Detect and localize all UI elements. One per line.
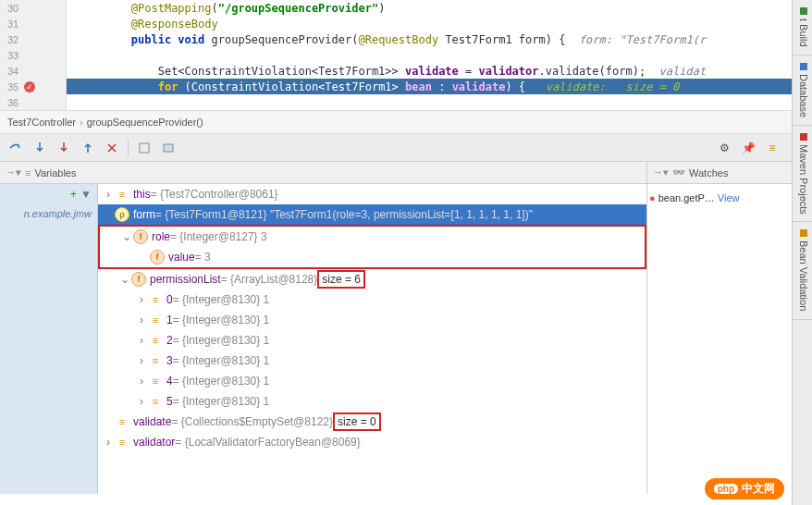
gutter-line[interactable]: 34 — [0, 63, 66, 79]
highlight-box: size = 6 — [317, 270, 365, 289]
frame-reference[interactable]: n.example.jmw — [24, 208, 92, 219]
chevron-right-icon[interactable]: › — [135, 395, 148, 408]
gutter-line[interactable]: 32 — [0, 31, 66, 47]
tree-row[interactable]: ›≡3 = {Integer@8130} 1 — [98, 351, 646, 371]
variables-tree[interactable]: ›≡this = {Test7Controller@8061}⌄pform = … — [98, 184, 646, 494]
variable-value: = {Test7Controller@8061} — [151, 188, 278, 201]
tree-row[interactable]: ⌄pform = {Test7Form1@8121} "Test7Form1(r… — [98, 204, 646, 225]
tree-row[interactable]: ⌄frole = {Integer@8127} 3 — [100, 227, 645, 247]
tree-row[interactable]: ›≡1 = {Integer@8130} 1 — [98, 310, 646, 330]
step-into-button[interactable] — [30, 138, 50, 158]
variable-name: 5 — [166, 395, 173, 408]
chevron-down-icon[interactable]: ⌄ — [102, 208, 115, 221]
tab-icon — [800, 229, 807, 237]
breadcrumb-class[interactable]: Test7Controller — [7, 117, 76, 128]
variables-title: Variables — [34, 167, 76, 179]
tree-row[interactable]: ›≡5 = {Integer@8130} 1 — [98, 391, 646, 412]
variable-value: = {Integer@8130} 1 — [173, 293, 270, 306]
field-icon: f — [131, 272, 146, 287]
gutter-line[interactable]: 36 — [0, 94, 66, 110]
object-icon: ≡ — [148, 333, 163, 348]
tree-row[interactable]: ›≡0 = {Integer@8130} 1 — [98, 289, 646, 310]
parameter-icon: p — [115, 207, 129, 222]
variable-name: form — [133, 208, 155, 221]
tree-row[interactable]: ⌄fpermissionList = {ArrayList@8128} size… — [98, 269, 646, 289]
side-tab[interactable]: Database — [793, 55, 812, 126]
side-tab[interactable]: t Build — [793, 0, 812, 55]
side-tabs: t BuildDatabaseMaven ProjectsBean Valida… — [792, 0, 812, 505]
code-line[interactable] — [67, 47, 812, 63]
chevron-right-icon[interactable]: › — [135, 334, 148, 347]
chevron-right-icon[interactable]: › — [135, 293, 148, 306]
force-step-into-button[interactable] — [54, 138, 74, 158]
chevron-down-icon: →▾ — [6, 166, 21, 179]
side-tab[interactable]: Maven Projects — [793, 126, 812, 223]
variable-value: = {Integer@8130} 1 — [173, 395, 270, 408]
breadcrumb[interactable]: Test7Controller › groupSequenceProvider(… — [0, 110, 812, 134]
tree-row[interactable]: fvalue = 3 — [100, 247, 645, 267]
code-line[interactable]: Set<ConstraintViolation<Test7Form1>> val… — [67, 63, 812, 79]
tree-row[interactable]: ›≡validator = {LocalValidatorFactoryBean… — [98, 432, 646, 452]
variable-value: = {Integer@8130} 1 — [173, 354, 270, 367]
tab-icon — [800, 133, 807, 141]
code-line[interactable]: @ResponseBody — [67, 16, 812, 31]
gutter-line[interactable]: 33 — [0, 47, 66, 63]
variables-header[interactable]: →▾ ≡ Variables — [0, 162, 646, 184]
variables-icon: ≡ — [25, 167, 31, 179]
breadcrumb-method[interactable]: groupSequenceProvider() — [87, 117, 203, 128]
variable-value: = {LocalValidatorFactoryBean@8069} — [175, 436, 360, 449]
watch-view-link[interactable]: View — [718, 192, 740, 203]
code-line[interactable]: for (ConstraintViolation<Test7Form1> bea… — [67, 79, 812, 94]
code-line[interactable] — [67, 94, 812, 110]
watches-panel: →▾ 👓 Watches ● bean.getP… View — [647, 162, 812, 494]
tab-icon — [800, 7, 807, 15]
code-line[interactable]: public void groupSequenceProvider(@Reque… — [67, 31, 812, 47]
chevron-right-icon[interactable]: › — [135, 354, 148, 367]
field-icon: f — [150, 250, 165, 265]
chevron-down-icon: →▾ — [653, 166, 669, 179]
gutter-line[interactable]: 35✓ — [0, 79, 66, 94]
new-watch-button[interactable]: + — [70, 188, 77, 201]
step-over-button[interactable] — [6, 138, 26, 158]
field-icon: f — [133, 229, 148, 244]
tree-row[interactable]: ›≡2 = {Integer@8130} 1 — [98, 330, 646, 351]
chevron-down-icon[interactable]: ⌄ — [118, 273, 131, 286]
tree-row[interactable]: ›≡this = {Test7Controller@8061} — [98, 184, 646, 204]
gutter: 303132333435✓36 — [0, 0, 67, 110]
code-editor: 303132333435✓36 @PostMapping("/groupSequ… — [0, 0, 812, 110]
settings-button[interactable]: ⚙ — [714, 138, 734, 158]
code-line[interactable]: @PostMapping("/groupSequenceProvider") — [67, 0, 812, 16]
variable-value: = {Integer@8130} 1 — [173, 375, 270, 388]
gutter-line[interactable]: 30 — [0, 0, 66, 16]
watches-title: Watches — [689, 167, 728, 179]
variables-panel: →▾ ≡ Variables + ▼ n.example.jmw ›≡this … — [0, 162, 647, 494]
watch-row[interactable]: ● bean.getP… View — [649, 188, 810, 208]
tree-row[interactable]: ›≡4 = {Integer@8130} 1 — [98, 371, 646, 391]
drop-frame-button[interactable] — [102, 138, 122, 158]
tab-icon — [800, 63, 807, 70]
step-out-button[interactable] — [78, 138, 98, 158]
gutter-line[interactable]: 31 — [0, 16, 66, 31]
tree-row[interactable]: ≡validate = {Collections$EmptySet@8122} … — [98, 412, 646, 432]
object-icon: ≡ — [148, 313, 163, 327]
object-icon: ≡ — [148, 374, 163, 388]
chevron-right-icon[interactable]: › — [135, 375, 148, 388]
object-icon: ≡ — [115, 435, 129, 450]
variable-value: = {Integer@8130} 1 — [173, 334, 270, 347]
filter-icon[interactable]: ▼ — [80, 188, 92, 201]
object-icon: ≡ — [148, 394, 163, 409]
watches-header[interactable]: →▾ 👓 Watches — [647, 162, 812, 184]
variable-value: = {Collections$EmptySet@8122} — [171, 415, 333, 428]
chevron-right-icon[interactable]: › — [135, 314, 148, 326]
evaluate-button[interactable] — [158, 138, 178, 158]
svg-rect-0 — [140, 143, 149, 153]
pin-button[interactable]: 📌 — [738, 138, 758, 158]
frames-side: + ▼ n.example.jmw — [0, 184, 98, 494]
side-tab[interactable]: Bean Validation — [793, 222, 812, 319]
chevron-down-icon[interactable]: ⌄ — [120, 230, 133, 243]
run-to-cursor-button[interactable] — [134, 138, 154, 158]
tool-button[interactable]: ≡ — [762, 138, 782, 158]
chevron-right-icon[interactable]: › — [102, 436, 115, 449]
code-area[interactable]: @PostMapping("/groupSequenceProvider") @… — [67, 0, 812, 110]
chevron-right-icon[interactable]: › — [102, 188, 115, 201]
